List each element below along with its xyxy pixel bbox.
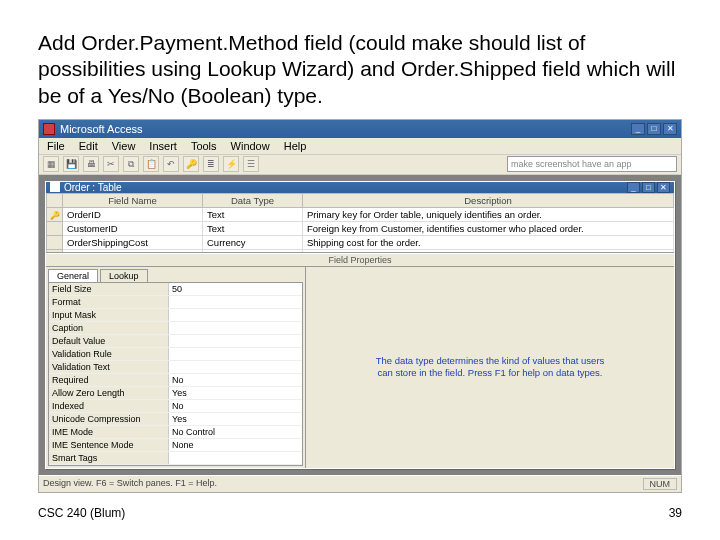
status-bar: Design view. F6 = Switch panes. F1 = Hel… [39, 475, 681, 492]
close-button[interactable]: ✕ [663, 123, 677, 135]
prop-value[interactable] [169, 296, 302, 308]
prop-label: Format [49, 296, 169, 308]
col-header-datatype: Data Type [203, 193, 303, 207]
save-icon[interactable]: 💾 [63, 156, 79, 172]
menu-insert[interactable]: Insert [149, 140, 177, 152]
table-icon [50, 182, 60, 192]
prop-label: Input Mask [49, 309, 169, 321]
property-sheet[interactable]: Field Size50 Format Input Mask Caption D… [48, 282, 303, 466]
inner-maximize-button[interactable]: □ [642, 182, 655, 193]
prop-label: Default Value [49, 335, 169, 347]
menu-file[interactable]: File [47, 140, 65, 152]
prop-label: Allow Zero Length [49, 387, 169, 399]
help-search-box[interactable]: make screenshot have an app [507, 156, 677, 172]
access-window: Microsoft Access _ □ ✕ File Edit View In… [38, 119, 682, 493]
slide-title: Add Order.Payment.Method field (could ma… [38, 30, 682, 109]
prop-label: Required [49, 374, 169, 386]
view-icon[interactable]: ▦ [43, 156, 59, 172]
table-titlebar: Order : Table _ □ ✕ [46, 182, 674, 193]
prop-label: Indexed [49, 400, 169, 412]
print-icon[interactable]: 🖶 [83, 156, 99, 172]
builder-icon[interactable]: ⚡ [223, 156, 239, 172]
row-selector-header [47, 193, 63, 207]
data-type-cell[interactable]: Currency [203, 249, 303, 252]
data-type-cell[interactable]: Currency [203, 235, 303, 249]
field-name-cell[interactable]: OrderTotalCost [63, 249, 203, 252]
col-header-description: Description [303, 193, 674, 207]
key-icon[interactable]: 🔑 [183, 156, 199, 172]
app-titlebar: Microsoft Access _ □ ✕ [39, 120, 681, 138]
table-design-window: Order : Table _ □ ✕ Field Name Data Type… [45, 181, 675, 469]
toolbar: ▦ 💾 🖶 ✂ ⧉ 📋 ↶ 🔑 ≣ ⚡ ☰ make screenshot ha… [39, 155, 681, 175]
inner-minimize-button[interactable]: _ [627, 182, 640, 193]
table-row[interactable]: OrderIDTextPrimary key for Order table, … [47, 207, 674, 221]
maximize-button[interactable]: □ [647, 123, 661, 135]
mdi-workspace: Order : Table _ □ ✕ Field Name Data Type… [39, 175, 681, 475]
numlock-indicator: NUM [643, 478, 678, 490]
rows-icon[interactable]: ≣ [203, 156, 219, 172]
table-row[interactable]: OrderShippingCostCurrencyShipping cost f… [47, 235, 674, 249]
prop-value[interactable] [169, 309, 302, 321]
cut-icon[interactable]: ✂ [103, 156, 119, 172]
menu-help[interactable]: Help [284, 140, 307, 152]
description-cell[interactable]: Primary key for Order table, uniquely id… [303, 207, 674, 221]
menu-window[interactable]: Window [231, 140, 270, 152]
copy-icon[interactable]: ⧉ [123, 156, 139, 172]
menu-tools[interactable]: Tools [191, 140, 217, 152]
description-cell[interactable]: Shipping cost for the order. [303, 235, 674, 249]
prop-value[interactable]: None [169, 439, 302, 451]
prop-label: Caption [49, 322, 169, 334]
prop-label: Validation Rule [49, 348, 169, 360]
menubar: File Edit View Insert Tools Window Help [39, 138, 681, 155]
paste-icon[interactable]: 📋 [143, 156, 159, 172]
primary-key-icon [47, 207, 63, 221]
description-cell[interactable]: Total cost for the order. [303, 249, 674, 252]
field-design-grid[interactable]: Field Name Data Type Description OrderID… [46, 193, 674, 253]
prop-value[interactable]: Yes [169, 413, 302, 425]
prop-label: Unicode Compression [49, 413, 169, 425]
data-type-cell[interactable]: Text [203, 207, 303, 221]
prop-value[interactable]: 50 [169, 283, 302, 295]
prop-label: IME Mode [49, 426, 169, 438]
col-header-fieldname: Field Name [63, 193, 203, 207]
prop-value[interactable]: No [169, 400, 302, 412]
prop-value[interactable]: Yes [169, 387, 302, 399]
table-title: Order : Table [64, 182, 122, 193]
tab-lookup[interactable]: Lookup [100, 269, 148, 282]
prop-label: IME Sentence Mode [49, 439, 169, 451]
menu-edit[interactable]: Edit [79, 140, 98, 152]
access-icon [43, 123, 55, 135]
field-name-cell[interactable]: OrderID [63, 207, 203, 221]
field-properties-label: Field Properties [46, 253, 674, 267]
prop-value[interactable] [169, 452, 302, 464]
field-name-cell[interactable]: OrderShippingCost [63, 235, 203, 249]
prop-value[interactable] [169, 322, 302, 334]
minimize-button[interactable]: _ [631, 123, 645, 135]
prop-value[interactable] [169, 348, 302, 360]
table-row[interactable]: OrderTotalCostCurrencyTotal cost for the… [47, 249, 674, 252]
data-type-cell[interactable]: Text [203, 221, 303, 235]
prop-value[interactable] [169, 335, 302, 347]
prop-value[interactable] [169, 361, 302, 373]
prop-label: Field Size [49, 283, 169, 295]
tab-general[interactable]: General [48, 269, 98, 282]
description-cell[interactable]: Foreign key from Customer, identifies cu… [303, 221, 674, 235]
app-title: Microsoft Access [60, 123, 143, 135]
prop-value[interactable]: No Control [169, 426, 302, 438]
data-type-hint: The data type determines the kind of val… [375, 355, 605, 379]
field-name-cell[interactable]: CustomerID [63, 221, 203, 235]
slide-footer-left: CSC 240 (Blum) [38, 506, 125, 520]
menu-view[interactable]: View [112, 140, 136, 152]
slide-number: 39 [669, 506, 682, 520]
props-icon[interactable]: ☰ [243, 156, 259, 172]
prop-value[interactable]: No [169, 374, 302, 386]
field-properties-pane: General Lookup Field Size50 Format Input… [46, 267, 674, 468]
table-row[interactable]: CustomerIDTextForeign key from Customer,… [47, 221, 674, 235]
prop-label: Validation Text [49, 361, 169, 373]
inner-close-button[interactable]: ✕ [657, 182, 670, 193]
prop-label: Smart Tags [49, 452, 169, 464]
status-text: Design view. F6 = Switch panes. F1 = Hel… [43, 478, 217, 490]
undo-icon[interactable]: ↶ [163, 156, 179, 172]
